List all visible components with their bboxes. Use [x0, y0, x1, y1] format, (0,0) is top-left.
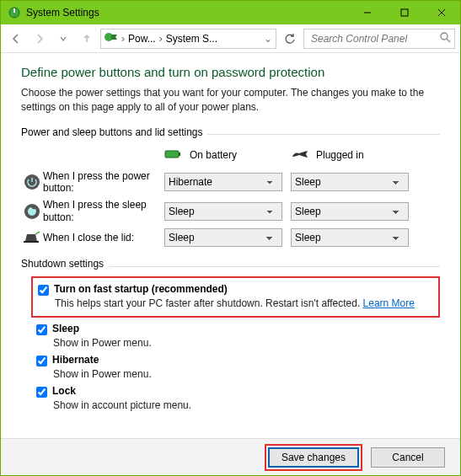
forward-button[interactable]: [29, 29, 50, 49]
breadcrumb-icon: [105, 31, 118, 45]
fast-startup-checkbox[interactable]: [38, 285, 49, 296]
sleep-button-plugged-select[interactable]: Sleep: [291, 202, 409, 221]
search-input[interactable]: [309, 32, 440, 45]
shutdown-settings-list: Turn on fast startup (recommended) This …: [21, 276, 440, 411]
row-close-lid: When I close the lid: Sleep Sleep: [21, 226, 440, 249]
learn-more-link[interactable]: Learn More: [363, 297, 415, 309]
refresh-button[interactable]: [280, 29, 300, 49]
content: Define power buttons and turn on passwor…: [1, 53, 460, 438]
breadcrumb-item[interactable]: Pow...: [128, 33, 156, 45]
fast-startup-desc: This helps start your PC faster after sh…: [38, 297, 433, 309]
window-title: System Settings: [26, 7, 99, 19]
svg-rect-10: [179, 152, 180, 156]
lid-plugged-select[interactable]: Sleep: [291, 228, 409, 247]
svg-rect-1: [13, 8, 15, 13]
maximize-button[interactable]: [386, 1, 423, 24]
svg-rect-14: [24, 241, 39, 243]
sleep-desc: Show in Power menu.: [36, 337, 440, 349]
highlight-fast-startup: Turn on fast startup (recommended) This …: [31, 276, 440, 318]
row-sleep-button: When I press the sleep button: Sleep Sle…: [21, 196, 440, 226]
breadcrumb-item[interactable]: System S...: [166, 33, 217, 45]
power-button-icon: [21, 174, 43, 190]
section-label: Shutdown settings: [21, 258, 104, 270]
sleep-button-icon: [21, 203, 43, 220]
highlight-save: Save changes: [265, 444, 362, 471]
search-icon[interactable]: [440, 32, 451, 45]
svg-rect-9: [165, 151, 179, 158]
hibernate-row: Hibernate: [36, 352, 440, 368]
sleep-button-battery-select[interactable]: Sleep: [164, 202, 282, 221]
chevron-right-icon: ›: [121, 33, 125, 45]
footer: Save changes Cancel: [1, 438, 460, 475]
breadcrumb[interactable]: › Pow... › System S... ⌄: [100, 29, 276, 49]
power-button-battery-select[interactable]: Hibernate: [164, 173, 282, 191]
section-power-buttons: Power and sleep buttons and lid settings: [21, 126, 440, 143]
lock-row: Lock: [36, 383, 440, 399]
lid-battery-select[interactable]: Sleep: [164, 228, 282, 247]
column-plugged-label: Plugged in: [316, 149, 364, 161]
column-battery-label: On battery: [190, 149, 237, 161]
columns-header: On battery Plugged in: [21, 143, 440, 168]
up-button[interactable]: [77, 29, 97, 49]
hibernate-desc: Show in Power menu.: [36, 368, 440, 380]
row-power-button: When I press the power button: Hibernate…: [21, 168, 440, 197]
lock-desc: Show in account picture menu.: [36, 399, 440, 411]
chevron-right-icon: ›: [159, 33, 163, 45]
lock-checkbox[interactable]: [36, 387, 47, 398]
titlebar: System Settings: [1, 1, 460, 24]
window: System Settings › Pow...: [0, 0, 461, 476]
power-button-plugged-select[interactable]: Sleep: [291, 173, 409, 191]
svg-point-7: [441, 33, 448, 40]
battery-icon: [164, 148, 183, 163]
sleep-label: Sleep: [52, 323, 79, 334]
sleep-row: Sleep: [36, 321, 440, 337]
save-changes-button[interactable]: Save changes: [268, 447, 359, 468]
row-label: When I press the power button:: [43, 170, 164, 195]
back-button[interactable]: [6, 29, 26, 49]
recent-dropdown[interactable]: [53, 29, 73, 49]
fast-startup-row: Turn on fast startup (recommended): [38, 281, 433, 297]
sleep-checkbox[interactable]: [36, 324, 47, 335]
app-icon: [8, 6, 21, 19]
svg-rect-3: [401, 9, 408, 16]
page-description: Choose the power settings that you want …: [21, 86, 440, 115]
row-label: When I close the lid:: [43, 232, 164, 243]
page-title: Define power buttons and turn on passwor…: [21, 65, 440, 79]
section-shutdown: Shutdown settings: [21, 258, 440, 275]
cancel-button[interactable]: Cancel: [371, 447, 445, 468]
lock-label: Lock: [52, 385, 76, 397]
close-button[interactable]: [423, 1, 460, 24]
row-label: When I press the sleep button:: [43, 199, 164, 223]
divider: [109, 266, 440, 267]
fast-startup-label: Turn on fast startup (recommended): [54, 283, 228, 295]
minimize-button[interactable]: [349, 1, 386, 24]
section-label: Power and sleep buttons and lid settings: [21, 126, 202, 138]
divider: [207, 134, 440, 135]
navbar: › Pow... › System S... ⌄: [1, 24, 460, 53]
hibernate-label: Hibernate: [52, 354, 99, 366]
chevron-down-icon[interactable]: ⌄: [264, 33, 272, 45]
laptop-lid-icon: [21, 230, 43, 245]
search-box[interactable]: [303, 29, 455, 49]
svg-line-8: [447, 39, 450, 42]
hibernate-checkbox[interactable]: [36, 356, 47, 366]
plug-icon: [291, 148, 309, 163]
